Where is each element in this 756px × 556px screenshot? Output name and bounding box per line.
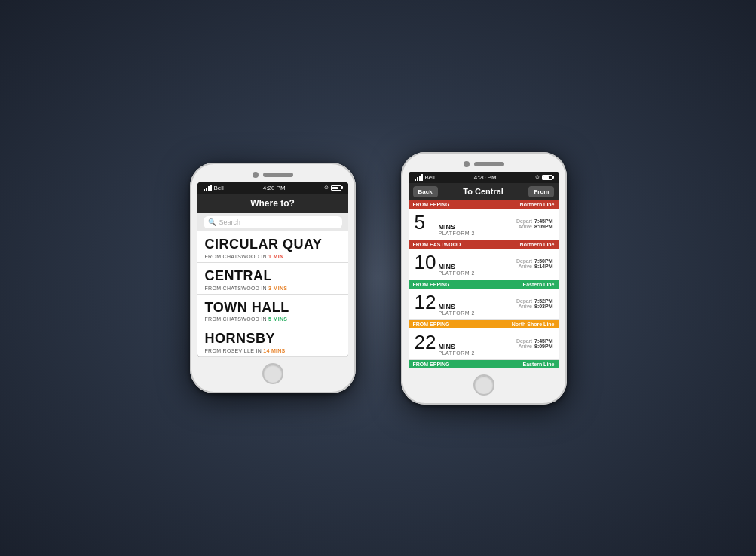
camera-2: [464, 161, 470, 167]
depart-val-3: 7:52PM: [534, 298, 553, 304]
nav-bar: Back To Central From: [409, 183, 559, 200]
home-button-2[interactable]: [473, 374, 494, 396]
train-header-2: FROM EASTWOOD Northern Line: [409, 240, 559, 249]
back-button[interactable]: Back: [413, 186, 438, 197]
speaker-1: [263, 173, 293, 177]
train-from-4: FROM EPPING: [413, 322, 450, 327]
train-mins-label-3: MINS: [439, 303, 475, 310]
train-times-2: Depart 7:50PM Arrive 8:14PM: [516, 258, 553, 269]
depart-label-3: Depart: [516, 298, 532, 304]
train-mins-big-4: 22: [415, 332, 439, 352]
train-platform-1: PLATFORM 2: [439, 231, 475, 236]
from-button[interactable]: From: [528, 186, 554, 197]
arrive-row-2: Arrive 8:14PM: [516, 264, 553, 269]
arrive-val-2: 8:14PM: [534, 264, 553, 269]
destination-list: CIRCULAR QUAY FROM CHATSWOOD IN 1 MIN CE…: [197, 231, 348, 357]
train-item-3[interactable]: 12 MINS PLATFORM 2 Depart 7:52PM Arrive …: [409, 289, 559, 320]
train-line-2: Northern Line: [520, 242, 555, 247]
dest-name-2: CENTRAL: [205, 269, 341, 284]
signal-icon: [204, 185, 212, 191]
where-to-header: Where to?: [197, 194, 348, 213]
dest-name-3: TOWN HALL: [205, 301, 341, 316]
arrive-val-3: 8:03PM: [534, 304, 553, 309]
train-list: FROM EPPING Northern Line 5 MINS PLATFOR…: [409, 200, 559, 368]
battery-icon-2: [542, 175, 552, 180]
arrive-label-3: Arrive: [519, 304, 532, 309]
train-mins-big-2: 10: [415, 252, 439, 272]
train-header-1: FROM EPPING Northern Line: [409, 200, 559, 209]
mins-group-2: 10 MINS PLATFORM 2: [415, 252, 475, 276]
train-header-5-partial: FROM EPPING Eastern Line: [409, 360, 559, 368]
train-mins-big-1: 5: [415, 212, 439, 232]
arrive-val-4: 8:09PM: [534, 344, 553, 349]
list-item[interactable]: HORNSBY FROM ROSEVILLE IN 14 MINS: [197, 325, 348, 357]
depart-val-2: 7:50PM: [534, 258, 553, 264]
train-mins-big-3: 12: [415, 292, 439, 312]
phone-2: Bell 4:20 PM ⊙ Back To Central From FROM…: [401, 152, 567, 405]
train-times-1: Depart 7:45PM Arrive 8:09PM: [516, 218, 553, 229]
phone-1-top: [196, 172, 350, 178]
arrive-val-1: 8:09PM: [534, 224, 553, 229]
speaker-2: [474, 162, 504, 166]
time-2: 4:20 PM: [474, 174, 497, 181]
depart-val-1: 7:45PM: [534, 218, 553, 224]
mins-group-3: 12 MINS PLATFORM 2: [415, 292, 475, 316]
train-platform-4: PLATFORM 2: [439, 350, 475, 356]
depart-row-2: Depart 7:50PM: [516, 258, 553, 264]
train-item-4[interactable]: 22 MINS PLATFORM 2 Depart 7:45PM Arrive …: [409, 328, 559, 360]
signal-icon-2: [415, 174, 423, 181]
phone-2-top: [407, 161, 561, 167]
where-to-title: Where to?: [250, 198, 295, 209]
search-placeholder: Search: [219, 218, 241, 226]
arrive-row-1: Arrive 8:09PM: [516, 224, 553, 229]
search-bar: 🔍 Search: [197, 213, 348, 231]
train-header-3: FROM EPPING Eastern Line: [409, 280, 559, 289]
dest-name-1: CIRCULAR QUAY: [205, 237, 341, 252]
train-item-2[interactable]: 10 MINS PLATFORM 2 Depart 7:50PM Arrive …: [409, 249, 559, 280]
status-bar-2: Bell 4:20 PM ⊙: [409, 172, 559, 183]
depart-row-3: Depart 7:52PM: [516, 298, 553, 304]
train-label-group-4: MINS PLATFORM 2: [439, 343, 475, 356]
carrier-1: Bell: [214, 185, 224, 191]
depart-label-2: Depart: [516, 258, 532, 264]
status-icons-1: ⊙: [324, 185, 341, 191]
nav-title: To Central: [463, 187, 503, 196]
train-from-1: FROM EPPING: [413, 202, 450, 207]
dest-sub-2: FROM CHATSWOOD IN 3 MINS: [205, 286, 341, 291]
train-label-group-3: MINS PLATFORM 2: [439, 303, 475, 316]
train-times-3: Depart 7:52PM Arrive 8:03PM: [516, 298, 553, 309]
list-item[interactable]: TOWN HALL FROM CHATSWOOD IN 5 MINS: [197, 295, 348, 326]
time-1: 4:20 PM: [263, 185, 286, 191]
depart-val-4: 7:45PM: [534, 338, 553, 344]
dest-sub-4: FROM ROSEVILLE IN 14 MINS: [205, 348, 341, 353]
train-line-1: Northern Line: [520, 202, 555, 207]
status-icons-2: ⊙: [535, 174, 552, 180]
train-platform-2: PLATFORM 2: [439, 270, 475, 276]
train-mins-label-1: MINS: [439, 223, 475, 231]
home-button-1[interactable]: [262, 363, 283, 384]
train-times-4: Depart 7:45PM Arrive 8:09PM: [516, 338, 553, 349]
arrive-label-1: Arrive: [519, 224, 532, 229]
status-bar-1: Bell 4:20 PM ⊙: [197, 182, 348, 194]
train-header-4: FROM EPPING North Shore Line: [409, 320, 559, 328]
search-input-box[interactable]: 🔍 Search: [204, 216, 342, 228]
dest-sub-1: FROM CHATSWOOD IN 1 MIN: [205, 254, 341, 259]
depart-label-4: Depart: [516, 338, 532, 344]
list-item[interactable]: CIRCULAR QUAY FROM CHATSWOOD IN 1 MIN: [197, 231, 348, 263]
arrive-label-4: Arrive: [519, 344, 532, 349]
list-item[interactable]: CENTRAL FROM CHATSWOOD IN 3 MINS: [197, 263, 348, 295]
phone-2-screen: Bell 4:20 PM ⊙ Back To Central From FROM…: [409, 172, 559, 368]
train-mins-label-2: MINS: [439, 263, 475, 270]
train-label-group-1: MINS PLATFORM 2: [439, 223, 475, 236]
train-mins-label-4: MINS: [439, 343, 475, 350]
train-from-3: FROM EPPING: [413, 282, 450, 287]
location-icon-2: ⊙: [535, 174, 540, 180]
search-icon: 🔍: [208, 218, 216, 226]
depart-label-1: Depart: [516, 218, 532, 224]
arrive-label-2: Arrive: [519, 264, 532, 269]
train-item-1[interactable]: 5 MINS PLATFORM 2 Depart 7:45PM Arrive 8…: [409, 209, 559, 240]
battery-icon-1: [331, 185, 341, 191]
dest-name-4: HORNSBY: [205, 331, 341, 347]
depart-row-1: Depart 7:45PM: [516, 218, 553, 224]
train-line-4: North Shore Line: [512, 322, 555, 327]
